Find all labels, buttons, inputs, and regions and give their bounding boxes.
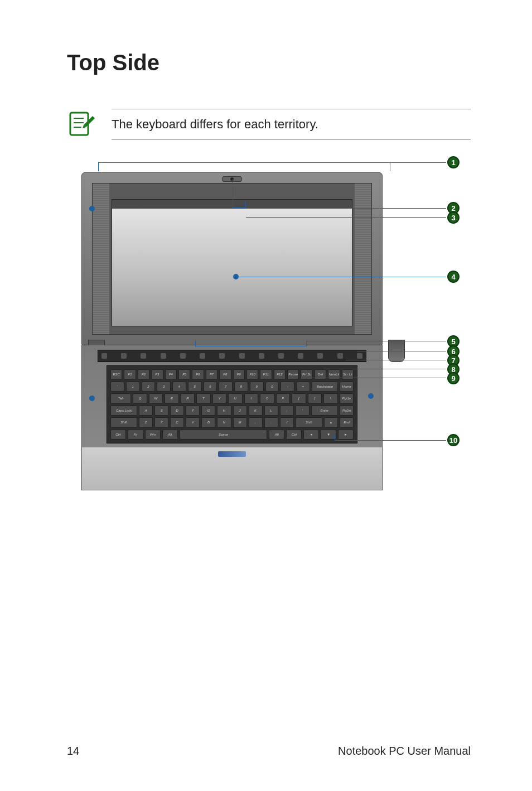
- callout-line-9: [307, 378, 446, 378]
- key: 4: [172, 382, 186, 392]
- footer-text: Notebook PC User Manual: [338, 745, 471, 758]
- key: 3: [157, 382, 171, 392]
- diagram: 1 ESCF1F2F3F4F5F6F7F8F: [67, 162, 468, 508]
- callout-num-4: 4: [447, 271, 460, 283]
- key: \: [323, 393, 337, 404]
- key: N: [217, 417, 231, 428]
- key: F1: [124, 369, 136, 380]
- key: .: [264, 417, 278, 428]
- key: M: [233, 417, 247, 428]
- key: Fn: [128, 430, 143, 440]
- key: F2: [138, 369, 149, 380]
- key: R: [181, 393, 195, 404]
- laptop-base: ESCF1F2F3F4F5F6F7F8F9F10F11F12PausePrt S…: [81, 345, 383, 490]
- key: /: [280, 417, 294, 428]
- key: F10: [246, 369, 258, 380]
- callout-line-5: [307, 341, 446, 341]
- callout-bracket-1: [98, 162, 390, 171]
- key: ►: [338, 430, 354, 440]
- kb-row-6: CtrlFnWinAltSpaceAltCtrl◄▼►: [110, 430, 354, 440]
- dot-left-lower: [89, 396, 95, 401]
- browser-bar: [112, 200, 352, 209]
- page: Top Side The keyboard differs for each t…: [0, 0, 532, 791]
- keyboard: ESCF1F2F3F4F5F6F7F8F9F10F11F12PausePrt S…: [107, 365, 357, 443]
- key: Ctrl: [286, 430, 302, 440]
- lid-inner: [92, 183, 372, 335]
- key: P: [276, 393, 290, 404]
- callout-bracket-23: [233, 201, 246, 208]
- callout-num-3: 3: [447, 211, 460, 224]
- dot-right-speaker: [368, 393, 374, 399]
- key: End: [340, 417, 354, 428]
- kb-row-5: ShiftZXCVBNM,./Shift▲End: [110, 417, 354, 428]
- callout-line-7: [346, 360, 446, 360]
- callout-line-10: [335, 440, 446, 441]
- bezel-right: [355, 184, 371, 334]
- key: F4: [165, 369, 177, 380]
- key: `: [110, 382, 124, 392]
- key: L: [264, 406, 278, 416]
- key: Shift: [296, 417, 322, 428]
- callout-line-6: [357, 351, 446, 351]
- kb-row-4: Caps LockASDFGHJKL;'EnterPgDn: [110, 406, 354, 416]
- key: F: [186, 406, 200, 416]
- key: Q: [133, 393, 147, 404]
- key: ESC: [110, 369, 122, 380]
- key: F7: [206, 369, 217, 380]
- key: Home: [340, 382, 354, 392]
- key: PgUp: [340, 393, 354, 404]
- callout-line-1: [390, 162, 446, 163]
- key: F12: [274, 369, 286, 380]
- key: 7: [219, 382, 233, 392]
- page-title: Top Side: [67, 50, 471, 75]
- callout-num-1: 1: [447, 156, 460, 168]
- callout-line-2: [246, 208, 446, 209]
- key: O: [260, 393, 274, 404]
- media-bar: [98, 350, 366, 362]
- key: Win: [145, 430, 161, 440]
- callout-vline-2: [233, 179, 233, 201]
- key: F8: [219, 369, 231, 380]
- key: Alt: [162, 430, 178, 440]
- bezel-left: [93, 184, 109, 334]
- key: S: [154, 406, 168, 416]
- key: ▲: [324, 417, 338, 428]
- key: 0: [265, 382, 279, 392]
- key: Y: [212, 393, 226, 404]
- key: -: [280, 382, 294, 392]
- footer: 14 Notebook PC User Manual: [67, 745, 471, 758]
- key: G: [201, 406, 215, 416]
- key: I: [244, 393, 258, 404]
- key: 2: [142, 382, 156, 392]
- key: Alt: [269, 430, 284, 440]
- key: ,: [249, 417, 263, 428]
- key: T: [196, 393, 210, 404]
- key: Ctrl: [110, 430, 126, 440]
- note-row: The keyboard differs for each territory.: [67, 109, 471, 140]
- key: 1: [126, 382, 140, 392]
- key: =: [296, 382, 310, 392]
- key: [: [292, 393, 306, 404]
- key: 9: [250, 382, 264, 392]
- callout-line-8: [323, 369, 446, 369]
- key: ◄: [303, 430, 319, 440]
- key: Caps Lock: [110, 406, 137, 416]
- key: C: [170, 417, 184, 428]
- key: H: [217, 406, 231, 416]
- key: F11: [260, 369, 272, 380]
- callout-vline-10: [335, 435, 335, 440]
- key: Space: [180, 430, 268, 440]
- callout-line-4: [239, 277, 446, 277]
- key: Enter: [311, 406, 338, 416]
- key: B: [201, 417, 215, 428]
- key: V: [186, 417, 200, 428]
- key: X: [154, 417, 168, 428]
- key: PgDn: [340, 406, 354, 416]
- key: J: [233, 406, 247, 416]
- screen: [112, 199, 352, 326]
- key: E: [165, 393, 178, 404]
- key: F3: [151, 369, 163, 380]
- key: 8: [234, 382, 248, 392]
- key: Backspace: [312, 382, 338, 392]
- dot-left-upper: [89, 206, 95, 211]
